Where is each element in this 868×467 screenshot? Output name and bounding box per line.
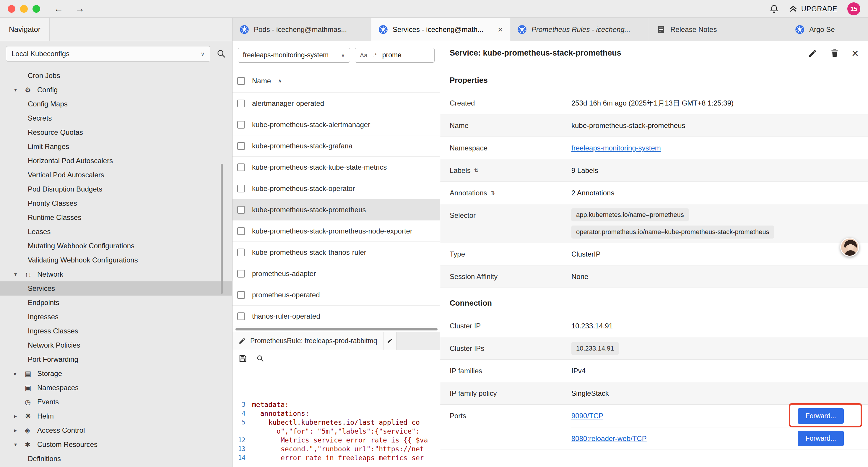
close-window-button[interactable] (8, 5, 16, 13)
chevron-icon[interactable]: ▸ (14, 427, 25, 434)
row-checkbox[interactable] (237, 249, 245, 256)
navigator-tree-item[interactable]: Config Maps (0, 97, 232, 111)
navigator-tree-item[interactable]: ▣ Namespaces (0, 381, 232, 395)
navigator-tree-item[interactable]: ▸ ▤ Storage (0, 367, 232, 381)
user-avatar[interactable] (840, 238, 859, 257)
navigator-tree-item[interactable]: ▾ ✱ Custom Resources (0, 437, 232, 451)
services-search-input[interactable]: Aa .* prome (355, 48, 435, 63)
navigator-tree-item[interactable]: ▾ ⚙ Config (0, 83, 232, 97)
navigator-scrollbar-thumb[interactable] (221, 164, 223, 294)
row-checkbox[interactable] (237, 291, 245, 299)
match-case-toggle[interactable]: Aa (360, 52, 368, 59)
editor-tab-prometheusrule[interactable]: PrometheusRule: freeleaps-prod-rabbitmq (232, 332, 383, 350)
delete-trash-icon[interactable] (830, 49, 839, 58)
kubeconfig-selector[interactable]: Local Kubeconfigs ∨ (6, 46, 210, 61)
row-checkbox[interactable] (237, 121, 245, 128)
chevron-icon[interactable]: ▾ (14, 441, 25, 448)
navigator-tree-item[interactable]: ▾ ↑↓ Network (0, 267, 232, 282)
navigator-tree-item[interactable]: Secrets (0, 111, 232, 125)
service-row[interactable]: kube-prometheus-stack-grafana (232, 135, 440, 157)
service-row[interactable]: prometheus-operated (232, 284, 440, 305)
zoom-window-button[interactable] (32, 5, 40, 13)
forward-button[interactable]: Forward... (798, 431, 844, 446)
notifications-bell-icon[interactable] (769, 4, 779, 13)
chevron-icon[interactable]: ▾ (14, 271, 25, 278)
navigator-tree-item[interactable]: ◷ Events (0, 395, 232, 409)
chevron-icon[interactable]: ▸ (14, 370, 25, 377)
row-checkbox[interactable] (237, 99, 245, 107)
editor-tab-next[interactable] (383, 332, 397, 350)
forward-arrow-icon[interactable]: → (75, 3, 85, 14)
navigator-tree-item[interactable]: Port Forwarding (0, 352, 232, 367)
regex-toggle[interactable]: .* (373, 52, 377, 59)
service-row[interactable]: kube-prometheus-stack-operator (232, 178, 440, 199)
service-row[interactable]: kube-prometheus-stack-prometheus (232, 199, 440, 221)
row-checkbox[interactable] (237, 185, 245, 193)
close-drawer-icon[interactable]: × (852, 47, 859, 59)
service-row[interactable]: thanos-ruler-operated (232, 305, 440, 327)
service-row[interactable]: prometheus-adapter (232, 263, 440, 284)
navigator-tree-item[interactable]: Ingresses (0, 310, 232, 324)
labels-value[interactable]: 9 Labels (571, 167, 598, 175)
tab-release-notes[interactable]: Release Notes (649, 18, 788, 41)
edit-pencil-icon[interactable] (808, 49, 817, 58)
row-checkbox[interactable] (237, 206, 245, 214)
navigator-search-icon[interactable] (216, 49, 226, 59)
tab-argo[interactable]: Argo Se (788, 18, 868, 41)
upgrade-button[interactable]: UPGRADE (789, 4, 837, 13)
select-all-checkbox[interactable] (237, 77, 245, 85)
navigator-tree-item[interactable]: Resource Quotas (0, 125, 232, 140)
editor-search-icon[interactable] (256, 354, 265, 363)
service-row[interactable]: kube-prometheus-stack-kube-state-metrics (232, 157, 440, 178)
navigator-tree-item[interactable]: ▸ ◈ Access Control (0, 423, 232, 437)
back-arrow-icon[interactable]: ← (54, 3, 63, 14)
port-link-8080[interactable]: 8080:reloader-web/TCP (571, 435, 647, 443)
navigator-panel-tab[interactable]: Navigator (0, 18, 50, 41)
navigator-tree-item[interactable]: Services (0, 282, 232, 296)
row-checkbox[interactable] (237, 227, 245, 235)
tab-prometheus-rules[interactable]: Prometheus Rules - icecheng... (510, 18, 649, 41)
namespace-link[interactable]: freeleaps-monitoring-system (571, 144, 661, 152)
navigator-tree-item[interactable]: Leases (0, 225, 232, 239)
row-checkbox[interactable] (237, 270, 245, 278)
annotations-value[interactable]: 2 Annotations (571, 189, 614, 197)
service-row[interactable]: kube-prometheus-stack-prometheus-node-ex… (232, 221, 440, 242)
navigator-tree-item[interactable]: Validating Webhook Configurations (0, 253, 232, 267)
yaml-editor[interactable]: 3 metadata: 4 annotations: 5 kubectl.kub… (232, 367, 440, 467)
expand-collapse-icon[interactable]: ⇅ (491, 190, 495, 196)
chevron-icon[interactable]: ▸ (14, 413, 25, 419)
sort-ascending-icon[interactable]: ∧ (278, 78, 282, 84)
horizontal-scrollbar-thumb[interactable] (236, 328, 438, 330)
notification-count-badge[interactable]: 15 (847, 2, 860, 16)
navigator-tree-item[interactable]: Mutating Webhook Configurations (0, 239, 232, 253)
service-row[interactable]: alertmanager-operated (232, 93, 440, 114)
navigator-tree-item[interactable]: Priority Classes (0, 196, 232, 210)
close-tab-icon[interactable]: × (498, 25, 503, 35)
name-column-header[interactable]: Name (252, 77, 271, 85)
navigator-tree-item[interactable]: Ingress Classes (0, 324, 232, 338)
service-row[interactable]: kube-prometheus-stack-thanos-ruler (232, 242, 440, 263)
navigator-tree-item[interactable]: Endpoints (0, 296, 232, 310)
horizontal-scrollbar[interactable] (232, 327, 440, 332)
navigator-tree-item[interactable]: Pod Disruption Budgets (0, 182, 232, 196)
forward-button[interactable]: Forward... (798, 408, 844, 424)
expand-collapse-icon[interactable]: ⇅ (474, 167, 478, 174)
navigator-tree-item[interactable]: ▸ ☸ Helm (0, 409, 232, 423)
tab-pods[interactable]: Pods - icecheng@mathmas... (232, 18, 371, 41)
navigator-tree-item[interactable]: Vertical Pod Autoscalers (0, 168, 232, 182)
save-icon[interactable] (239, 354, 247, 363)
row-checkbox[interactable] (237, 142, 245, 150)
navigator-tree-item[interactable]: Limit Ranges (0, 140, 232, 154)
navigator-tree-item[interactable]: Horizontal Pod Autoscalers (0, 154, 232, 168)
navigator-tree-item[interactable]: Network Policies (0, 338, 232, 352)
namespace-selector[interactable]: freeleaps-monitoring-system ∨ (238, 48, 350, 63)
chevron-icon[interactable]: ▾ (14, 87, 25, 93)
navigator-tree-item[interactable]: Runtime Classes (0, 210, 232, 225)
row-checkbox[interactable] (237, 313, 245, 320)
navigator-tree-item[interactable]: Cron Jobs (0, 68, 232, 83)
port-link-9090[interactable]: 9090/TCP (571, 412, 603, 420)
navigator-tree-item[interactable]: Definitions (0, 451, 232, 466)
minimize-window-button[interactable] (20, 5, 28, 13)
row-checkbox[interactable] (237, 164, 245, 171)
service-row[interactable]: kube-prometheus-stack-alertmanager (232, 114, 440, 135)
